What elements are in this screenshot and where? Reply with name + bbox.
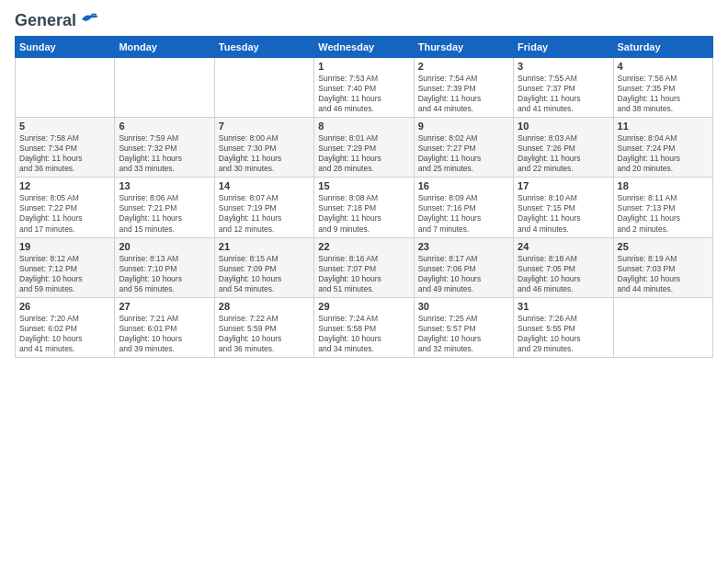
day-number: 17 <box>518 180 609 191</box>
day-info: Sunrise: 7:56 AM Sunset: 7:35 PM Dayligh… <box>618 74 709 114</box>
day-info: Sunrise: 8:08 AM Sunset: 7:18 PM Dayligh… <box>318 193 409 234</box>
calendar-cell: 5Sunrise: 7:58 AM Sunset: 7:34 PM Daylig… <box>16 118 115 178</box>
day-number: 30 <box>418 301 509 312</box>
calendar-cell: 19Sunrise: 8:12 AM Sunset: 7:12 PM Dayli… <box>16 237 115 297</box>
day-info: Sunrise: 8:02 AM Sunset: 7:27 PM Dayligh… <box>418 133 509 174</box>
day-number: 5 <box>19 121 110 132</box>
day-number: 31 <box>518 301 609 312</box>
day-number: 28 <box>219 301 310 312</box>
calendar-cell: 7Sunrise: 8:00 AM Sunset: 7:30 PM Daylig… <box>214 118 313 178</box>
day-info: Sunrise: 8:13 AM Sunset: 7:10 PM Dayligh… <box>119 254 210 294</box>
week-row-1: 1Sunrise: 7:53 AM Sunset: 7:40 PM Daylig… <box>16 58 713 118</box>
week-row-3: 12Sunrise: 8:05 AM Sunset: 7:22 PM Dayli… <box>16 178 713 237</box>
day-info: Sunrise: 8:17 AM Sunset: 7:06 PM Dayligh… <box>418 254 509 294</box>
calendar-cell: 1Sunrise: 7:53 AM Sunset: 7:40 PM Daylig… <box>314 58 414 118</box>
calendar-cell: 11Sunrise: 8:04 AM Sunset: 7:24 PM Dayli… <box>613 118 712 178</box>
calendar-cell: 16Sunrise: 8:09 AM Sunset: 7:16 PM Dayli… <box>414 178 513 237</box>
day-info: Sunrise: 8:04 AM Sunset: 7:24 PM Dayligh… <box>618 133 709 174</box>
day-info: Sunrise: 8:09 AM Sunset: 7:16 PM Dayligh… <box>418 193 509 234</box>
week-row-2: 5Sunrise: 7:58 AM Sunset: 7:34 PM Daylig… <box>16 118 713 178</box>
day-info: Sunrise: 8:07 AM Sunset: 7:19 PM Dayligh… <box>219 193 310 234</box>
day-number: 3 <box>518 61 609 72</box>
calendar-cell: 3Sunrise: 7:55 AM Sunset: 7:37 PM Daylig… <box>514 58 613 118</box>
calendar-cell: 8Sunrise: 8:01 AM Sunset: 7:29 PM Daylig… <box>314 118 414 178</box>
calendar-cell: 12Sunrise: 8:05 AM Sunset: 7:22 PM Dayli… <box>16 178 115 237</box>
calendar-cell: 6Sunrise: 7:59 AM Sunset: 7:32 PM Daylig… <box>115 118 214 178</box>
day-number: 22 <box>318 241 409 252</box>
day-info: Sunrise: 8:19 AM Sunset: 7:03 PM Dayligh… <box>618 254 709 294</box>
calendar-page: General SundayMondayTuesdayWednesdayThur… <box>0 0 728 563</box>
day-number: 26 <box>19 301 110 312</box>
day-number: 4 <box>618 61 709 72</box>
calendar-cell: 22Sunrise: 8:16 AM Sunset: 7:07 PM Dayli… <box>314 237 414 297</box>
day-number: 15 <box>318 180 409 191</box>
calendar-cell: 2Sunrise: 7:54 AM Sunset: 7:39 PM Daylig… <box>414 58 513 118</box>
weekday-header-row: SundayMondayTuesdayWednesdayThursdayFrid… <box>16 37 713 58</box>
calendar-cell: 18Sunrise: 8:11 AM Sunset: 7:13 PM Dayli… <box>613 178 712 237</box>
day-info: Sunrise: 8:11 AM Sunset: 7:13 PM Dayligh… <box>618 193 709 234</box>
day-number: 14 <box>219 180 310 191</box>
calendar-cell: 21Sunrise: 8:15 AM Sunset: 7:09 PM Dayli… <box>214 237 313 297</box>
weekday-header-saturday: Saturday <box>613 37 712 58</box>
calendar-cell: 9Sunrise: 8:02 AM Sunset: 7:27 PM Daylig… <box>414 118 513 178</box>
calendar-cell <box>613 297 712 357</box>
calendar-cell: 17Sunrise: 8:10 AM Sunset: 7:15 PM Dayli… <box>514 178 613 237</box>
day-info: Sunrise: 7:58 AM Sunset: 7:34 PM Dayligh… <box>19 133 110 174</box>
calendar-cell: 30Sunrise: 7:25 AM Sunset: 5:57 PM Dayli… <box>414 297 513 357</box>
weekday-header-monday: Monday <box>115 37 214 58</box>
day-info: Sunrise: 7:24 AM Sunset: 5:58 PM Dayligh… <box>318 314 409 354</box>
day-number: 19 <box>19 241 110 252</box>
day-info: Sunrise: 8:03 AM Sunset: 7:26 PM Dayligh… <box>518 133 609 174</box>
calendar-cell: 27Sunrise: 7:21 AM Sunset: 6:01 PM Dayli… <box>115 297 214 357</box>
day-number: 1 <box>318 61 409 72</box>
calendar-cell: 28Sunrise: 7:22 AM Sunset: 5:59 PM Dayli… <box>214 297 313 357</box>
calendar-cell: 31Sunrise: 7:26 AM Sunset: 5:55 PM Dayli… <box>514 297 613 357</box>
calendar-cell: 10Sunrise: 8:03 AM Sunset: 7:26 PM Dayli… <box>514 118 613 178</box>
day-info: Sunrise: 8:05 AM Sunset: 7:22 PM Dayligh… <box>19 193 110 234</box>
day-number: 16 <box>418 180 509 191</box>
day-number: 25 <box>618 241 709 252</box>
day-info: Sunrise: 8:00 AM Sunset: 7:30 PM Dayligh… <box>219 133 310 174</box>
day-number: 9 <box>418 121 509 132</box>
day-number: 21 <box>219 241 310 252</box>
day-info: Sunrise: 7:25 AM Sunset: 5:57 PM Dayligh… <box>418 314 509 354</box>
page-header: General <box>15 11 713 29</box>
day-number: 20 <box>119 241 210 252</box>
calendar-cell: 14Sunrise: 8:07 AM Sunset: 7:19 PM Dayli… <box>214 178 313 237</box>
calendar-cell: 26Sunrise: 7:20 AM Sunset: 6:02 PM Dayli… <box>16 297 115 357</box>
day-info: Sunrise: 7:22 AM Sunset: 5:59 PM Dayligh… <box>219 314 310 354</box>
day-number: 13 <box>119 180 210 191</box>
day-info: Sunrise: 8:10 AM Sunset: 7:15 PM Dayligh… <box>518 193 609 234</box>
calendar-cell: 4Sunrise: 7:56 AM Sunset: 7:35 PM Daylig… <box>613 58 712 118</box>
day-number: 6 <box>119 121 210 132</box>
logo-bird-icon <box>78 12 98 29</box>
logo-line1: General <box>15 11 98 30</box>
day-number: 7 <box>219 121 310 132</box>
calendar-cell: 24Sunrise: 8:18 AM Sunset: 7:05 PM Dayli… <box>514 237 613 297</box>
day-number: 27 <box>119 301 210 312</box>
day-info: Sunrise: 8:18 AM Sunset: 7:05 PM Dayligh… <box>518 254 609 294</box>
day-number: 2 <box>418 61 509 72</box>
day-number: 12 <box>19 180 110 191</box>
day-number: 24 <box>518 241 609 252</box>
day-info: Sunrise: 7:53 AM Sunset: 7:40 PM Dayligh… <box>318 74 409 114</box>
weekday-header-sunday: Sunday <box>16 37 115 58</box>
day-info: Sunrise: 8:12 AM Sunset: 7:12 PM Dayligh… <box>19 254 110 294</box>
day-info: Sunrise: 7:20 AM Sunset: 6:02 PM Dayligh… <box>19 314 110 354</box>
day-number: 29 <box>318 301 409 312</box>
week-row-4: 19Sunrise: 8:12 AM Sunset: 7:12 PM Dayli… <box>16 237 713 297</box>
day-number: 8 <box>318 121 409 132</box>
calendar-table: SundayMondayTuesdayWednesdayThursdayFrid… <box>15 36 713 358</box>
day-info: Sunrise: 7:21 AM Sunset: 6:01 PM Dayligh… <box>119 314 210 354</box>
calendar-cell: 23Sunrise: 8:17 AM Sunset: 7:06 PM Dayli… <box>414 237 513 297</box>
day-number: 11 <box>618 121 709 132</box>
day-info: Sunrise: 7:26 AM Sunset: 5:55 PM Dayligh… <box>518 314 609 354</box>
calendar-cell <box>214 58 313 118</box>
logo: General <box>15 11 98 29</box>
day-number: 23 <box>418 241 509 252</box>
day-info: Sunrise: 8:16 AM Sunset: 7:07 PM Dayligh… <box>318 254 409 294</box>
day-info: Sunrise: 8:01 AM Sunset: 7:29 PM Dayligh… <box>318 133 409 174</box>
weekday-header-wednesday: Wednesday <box>314 37 414 58</box>
calendar-cell <box>16 58 115 118</box>
day-info: Sunrise: 7:54 AM Sunset: 7:39 PM Dayligh… <box>418 74 509 114</box>
